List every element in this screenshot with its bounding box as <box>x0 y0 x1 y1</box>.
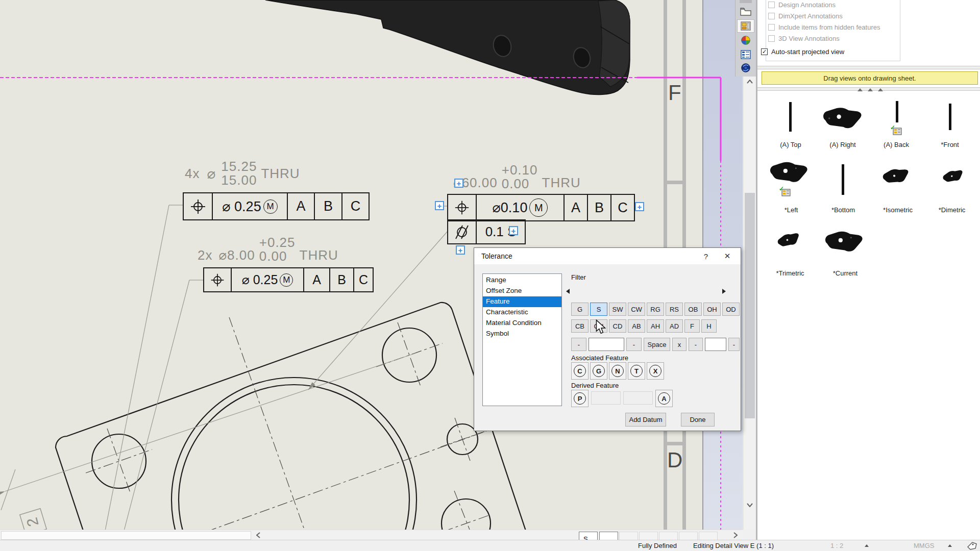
view-thumb-dimetric[interactable] <box>940 163 967 190</box>
key-f[interactable]: F <box>684 319 700 333</box>
scroll-right-button[interactable] <box>729 530 742 540</box>
tolerance-category-list[interactable]: Range Offset Zone Feature Characteristic… <box>482 273 562 406</box>
view-label[interactable]: *Current <box>833 269 857 277</box>
checkbox-autostart-projected[interactable]: ✓ Auto-start projected view <box>761 48 844 56</box>
view-thumb-current[interactable] <box>824 231 865 254</box>
view-label[interactable]: *Dimetric <box>939 206 966 214</box>
appearances-tab[interactable] <box>737 34 754 47</box>
view-thumb-front[interactable] <box>949 104 951 130</box>
tag-icon[interactable] <box>966 541 977 550</box>
custom-properties-tab[interactable] <box>737 48 754 61</box>
dialog-close-button[interactable]: ✕ <box>716 248 739 264</box>
annotation-handle[interactable]: + <box>456 245 465 255</box>
key-h[interactable]: H <box>701 319 717 333</box>
scroll-down-button[interactable] <box>744 500 756 510</box>
checkbox-dimxpert-annotations[interactable]: DimXpert Annotations <box>768 12 843 20</box>
add-datum-button[interactable]: Add Datum <box>625 413 666 427</box>
list-item-offset-zone[interactable]: Offset Zone <box>483 286 561 296</box>
key-rs[interactable]: RS <box>666 303 683 316</box>
view-thumb-isometric[interactable] <box>880 164 912 190</box>
key-ad[interactable]: AD <box>666 319 683 333</box>
feature-control-frame-3[interactable]: ⌀0.10M A B C <box>447 194 635 221</box>
key-x[interactable]: x <box>672 338 687 351</box>
feature-control-frame-1[interactable]: ⌀ 0.25M A B C <box>183 192 370 220</box>
resources-tab[interactable] <box>737 61 754 74</box>
key-s-highlighted[interactable]: S <box>590 303 607 316</box>
view-thumb-left[interactable] <box>769 161 810 185</box>
done-button[interactable]: Done <box>681 413 715 427</box>
key-ob[interactable]: OB <box>684 303 702 316</box>
annotation-handle[interactable]: + <box>635 202 644 211</box>
annotation-handle[interactable]: + <box>435 201 444 210</box>
derived-a-button[interactable]: A <box>655 390 673 407</box>
view-label[interactable]: *Left <box>785 206 798 214</box>
filter-scroll-left-icon[interactable] <box>566 289 570 294</box>
key-dash[interactable]: - <box>689 338 703 351</box>
view-thumb-back[interactable] <box>896 101 898 122</box>
list-item-material-condition[interactable]: Material Condition <box>483 318 561 329</box>
key-space[interactable]: Space <box>644 338 670 351</box>
view-thumb-top[interactable] <box>789 102 792 132</box>
key-dash[interactable]: - <box>571 338 586 351</box>
view-label[interactable]: (A) Top <box>780 141 801 148</box>
checkbox-design-annotations[interactable]: Design Annotations <box>768 1 836 9</box>
view-label[interactable]: (A) Back <box>884 141 909 148</box>
list-item-symbol[interactable]: Symbol <box>483 329 561 339</box>
associated-t-button[interactable]: T <box>628 362 645 380</box>
unit-system[interactable]: MMGS <box>914 542 934 549</box>
key-sw[interactable]: SW <box>609 303 626 316</box>
hole-callout-4x[interactable]: 4x ⌀ 15.25 15.00 THRU <box>185 159 300 188</box>
key-dash[interactable]: - <box>626 338 642 351</box>
view-label[interactable]: (A) Right <box>829 141 855 148</box>
tolerance-value-input-2[interactable] <box>705 338 726 351</box>
scale-dropdown-caret-icon[interactable] <box>865 544 869 547</box>
divider-grip[interactable] <box>857 88 883 91</box>
associated-c-button[interactable]: C <box>571 362 589 380</box>
model-part-view[interactable] <box>265 0 630 94</box>
units-dropdown-caret-icon[interactable] <box>948 544 952 547</box>
sheet-scale[interactable]: 1 : 2 <box>830 542 843 549</box>
view-label[interactable]: *Isometric <box>883 206 913 214</box>
scroll-left-button[interactable] <box>252 530 264 540</box>
tolerance-value-input[interactable] <box>589 338 624 351</box>
view-label[interactable]: *Trimetric <box>776 269 804 277</box>
key-od[interactable]: OD <box>722 303 740 316</box>
horizontal-scrollbar-thumb[interactable] <box>1 531 251 540</box>
checkbox-3d-view-annotations[interactable]: 3D View Annotations <box>768 35 840 42</box>
associated-n-button[interactable]: N <box>609 362 626 380</box>
tolerance-dialog[interactable]: Tolerance ? ✕ Range Offset Zone Feature … <box>474 247 741 431</box>
view-palette-tab[interactable] <box>737 19 754 33</box>
key-oh[interactable]: OH <box>703 303 721 316</box>
view-thumb-bottom[interactable] <box>842 164 844 195</box>
annotation-handle[interactable]: + <box>454 179 463 188</box>
filter-scroll-right-icon[interactable] <box>722 289 726 294</box>
feature-control-frame-2[interactable]: ⌀ 0.25M A B C <box>203 267 374 292</box>
view-label[interactable]: *Front <box>941 141 959 148</box>
derived-p-button[interactable]: P <box>571 390 589 407</box>
vertical-scrollbar[interactable] <box>744 77 756 530</box>
list-item-feature[interactable]: Feature <box>483 296 561 307</box>
key-ah[interactable]: AH <box>647 319 664 333</box>
detail-view-plate[interactable] <box>56 303 526 530</box>
vertical-scrollbar-thumb[interactable] <box>745 193 755 418</box>
associated-x-button[interactable]: X <box>647 362 664 380</box>
key-g[interactable]: G <box>571 303 589 316</box>
key-cw[interactable]: CW <box>628 303 645 316</box>
associated-g-button[interactable]: G <box>590 362 607 380</box>
hole-callout-2x[interactable]: 2x ⌀8.00 +0.25 0.00 THRU <box>198 235 338 263</box>
list-item-range[interactable]: Range <box>483 275 561 286</box>
view-thumb-trimetric[interactable] <box>774 226 804 255</box>
key-cb[interactable]: CB <box>571 319 589 333</box>
dialog-help-button[interactable]: ? <box>695 248 717 264</box>
scroll-up-button[interactable] <box>744 77 756 87</box>
key-cd[interactable]: CD <box>609 319 626 333</box>
key-ab[interactable]: AB <box>628 319 645 333</box>
file-explorer-tab[interactable] <box>737 5 754 18</box>
key-dash[interactable]: - <box>728 338 740 351</box>
list-item-characteristic[interactable]: Characteristic <box>483 307 561 318</box>
view-thumb-right[interactable] <box>822 107 864 131</box>
bore-callout-60[interactable]: ⌀60.00 +0.10 0.00 THRU <box>453 161 581 191</box>
key-rg[interactable]: RG <box>647 303 664 316</box>
annotation-handle[interactable]: + <box>509 226 518 235</box>
checkbox-include-hidden[interactable]: Include items from hidden features <box>768 23 880 31</box>
